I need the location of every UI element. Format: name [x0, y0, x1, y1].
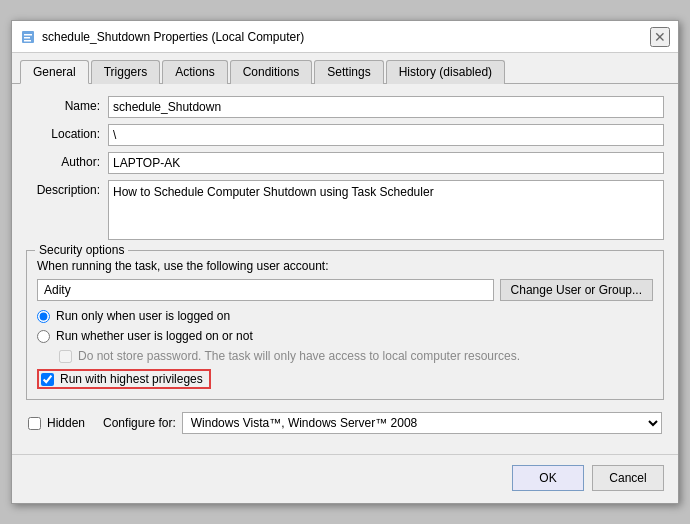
location-row: Location: — [26, 124, 664, 146]
user-account-text: When running the task, use the following… — [37, 259, 653, 273]
svg-rect-1 — [24, 34, 32, 36]
svg-rect-3 — [24, 40, 31, 42]
no-store-checkbox[interactable] — [59, 350, 72, 363]
no-store-label: Do not store password. The task will onl… — [78, 349, 520, 363]
title-bar-left: schedule_Shutdown Properties (Local Comp… — [20, 29, 304, 45]
location-label: Location: — [26, 124, 108, 141]
run-highest-row: Run with highest privileges — [41, 372, 203, 386]
description-row: Description: How to Schedule Computer Sh… — [26, 180, 664, 240]
dialog-window: schedule_Shutdown Properties (Local Comp… — [11, 20, 679, 504]
hidden-label: Hidden — [47, 416, 85, 430]
radio-logged-on[interactable] — [37, 310, 50, 323]
security-title: Security options — [35, 243, 128, 257]
radio-whether-logged-label: Run whether user is logged on or not — [56, 329, 253, 343]
tab-history[interactable]: History (disabled) — [386, 60, 505, 84]
dialog-footer: OK Cancel — [12, 454, 678, 503]
name-input[interactable] — [108, 96, 664, 118]
task-icon — [20, 29, 36, 45]
tab-bar: General Triggers Actions Conditions Sett… — [12, 53, 678, 84]
run-highest-checkbox[interactable] — [41, 373, 54, 386]
bottom-row: Hidden Configure for: Windows Vista™, Wi… — [26, 412, 664, 434]
radio-whether-logged[interactable] — [37, 330, 50, 343]
tab-conditions[interactable]: Conditions — [230, 60, 313, 84]
hidden-checkbox-row: Hidden — [28, 416, 85, 430]
window-title: schedule_Shutdown Properties (Local Comp… — [42, 30, 304, 44]
tab-triggers[interactable]: Triggers — [91, 60, 161, 84]
tab-settings[interactable]: Settings — [314, 60, 383, 84]
name-row: Name: — [26, 96, 664, 118]
ok-button[interactable]: OK — [512, 465, 584, 491]
configure-select[interactable]: Windows Vista™, Windows Server™ 2008Wind… — [182, 412, 662, 434]
close-button[interactable]: ✕ — [650, 27, 670, 47]
author-label: Author: — [26, 152, 108, 169]
description-label: Description: — [26, 180, 108, 197]
radio-logged-on-row: Run only when user is logged on — [37, 309, 653, 323]
name-label: Name: — [26, 96, 108, 113]
tab-general[interactable]: General — [20, 60, 89, 84]
change-user-button[interactable]: Change User or Group... — [500, 279, 653, 301]
user-account-input[interactable] — [37, 279, 494, 301]
author-row: Author: — [26, 152, 664, 174]
configure-label: Configure for: — [103, 416, 176, 430]
run-highest-label: Run with highest privileges — [60, 372, 203, 386]
user-account-row: Change User or Group... — [37, 279, 653, 301]
tab-actions[interactable]: Actions — [162, 60, 227, 84]
security-options-group: Security options When running the task, … — [26, 250, 664, 400]
radio-logged-on-label: Run only when user is logged on — [56, 309, 230, 323]
general-tab-content: Name: Location: Author: Description: How… — [12, 84, 678, 446]
radio-whether-logged-row: Run whether user is logged on or not — [37, 329, 653, 343]
location-input[interactable] — [108, 124, 664, 146]
author-input[interactable] — [108, 152, 664, 174]
hidden-checkbox[interactable] — [28, 417, 41, 430]
run-highest-highlight: Run with highest privileges — [37, 369, 211, 389]
title-bar: schedule_Shutdown Properties (Local Comp… — [12, 21, 678, 53]
description-textarea[interactable]: How to Schedule Computer Shutdown using … — [108, 180, 664, 240]
no-store-row: Do not store password. The task will onl… — [59, 349, 653, 363]
svg-rect-2 — [24, 37, 30, 39]
cancel-button[interactable]: Cancel — [592, 465, 664, 491]
